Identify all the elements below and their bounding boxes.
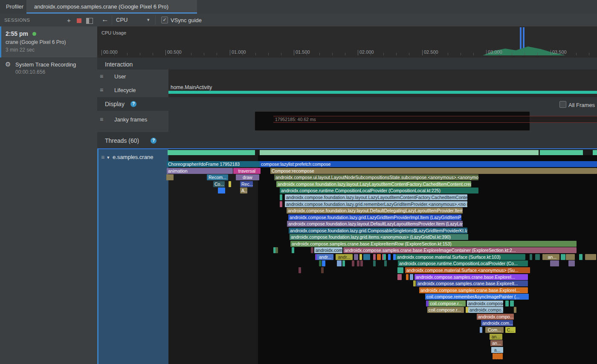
trace-span[interactable]: androidx.compose.foundation.lazy.layout.… [285,194,467,200]
trace-span[interactable] [410,274,413,280]
trace-span[interactable]: an... [545,254,559,260]
trace-span[interactable]: coil.compose.rememberAsyncImagePainter (… [425,294,529,300]
trace-span[interactable] [480,327,482,333]
trace-span[interactable]: androidx.compose.foundation.lazy.grid.La… [288,214,461,220]
trace-span[interactable]: androidx.compose.material.Surface (Surfa… [396,254,525,260]
thread-state-segment[interactable] [168,150,255,155]
trace-span[interactable]: androidx.compose.samples.crane.base.Expl… [419,287,528,293]
trace-span[interactable]: draw [236,174,259,180]
trace-span[interactable] [322,260,325,266]
trace-span[interactable] [360,260,363,266]
trace-span[interactable]: C... [505,327,516,333]
trace-span[interactable]: androidx.compose.material.Surface.<anony… [405,267,530,273]
trace-span[interactable] [514,307,516,313]
trace-span[interactable] [535,254,540,260]
trace-span[interactable] [397,274,402,280]
trace-span[interactable]: Compose:recompose [270,168,597,174]
trace-span[interactable] [388,254,391,260]
trace-span[interactable]: androidx.compose.samples.crane.base.Expl… [290,241,577,247]
trace-span[interactable]: a... [491,347,503,353]
trace-span[interactable]: Recom... [207,174,228,180]
trace-span[interactable] [500,353,503,359]
trace-span[interactable] [397,267,403,273]
trace-span[interactable] [298,267,301,273]
trace-span[interactable]: androidx.compose.foundation.lazy.layout.… [287,221,463,227]
trace-span[interactable] [568,260,575,266]
trace-span[interactable] [359,254,362,260]
trace-span[interactable] [384,260,387,266]
trace-span[interactable]: androidx.compo... [468,307,503,313]
trace-span[interactable] [352,260,354,266]
trace-span[interactable]: coil.compose.r... [427,307,464,313]
trace-span[interactable] [354,254,358,260]
trace-span[interactable] [585,254,596,260]
trace-span[interactable] [377,254,381,260]
trace-span[interactable] [319,260,322,266]
trace-span[interactable]: androidx.compose.foundation.lazy.layout.… [287,208,463,214]
trace-span[interactable] [218,188,225,194]
trace-span[interactable]: androidx.compose.ui.layout.LayoutNodeSub… [274,174,478,180]
trace-span[interactable] [357,260,359,266]
trace-span[interactable]: androidx.compose.foundation.lazy.layout.… [276,181,471,187]
flame-chart: Choreographer#doFrame 17952183compose:la… [0,0,597,364]
trace-span[interactable] [566,254,575,260]
trace-span[interactable]: compose:lazylist:prefetch:compose [260,161,597,167]
trace-span[interactable] [373,254,376,260]
trace-span[interactable] [550,260,559,266]
trace-span[interactable] [229,181,231,187]
trace-span[interactable]: androidx.compose.ui.layout.m... [314,247,342,253]
trace-span[interactable]: Com... [485,327,504,333]
trace-span[interactable]: A... [240,188,247,194]
trace-span[interactable]: an... [490,340,503,346]
trace-span[interactable]: animation [167,168,233,174]
trace-span[interactable]: androidx.compose.foundation.lazy.grid.re… [285,201,467,207]
trace-span[interactable]: androidx.compose.foundation.lazy.grid.it… [290,234,468,240]
trace-span[interactable] [413,280,416,286]
thread-state-segment[interactable] [593,150,597,155]
trace-span[interactable]: an... [490,334,502,340]
trace-span[interactable] [530,254,532,260]
trace-span[interactable] [383,254,386,260]
trace-span[interactable] [373,260,376,266]
thread-state-segment[interactable] [540,150,583,155]
trace-span[interactable] [561,254,565,260]
trace-span[interactable]: androidx.compose.samples.crane.base.Expl… [416,280,528,286]
trace-span[interactable]: Rec... [240,181,253,187]
trace-span[interactable]: androidx.compose.samples.crane.base.Expl… [414,274,528,280]
trace-span[interactable] [280,194,282,200]
thread-state-segment[interactable] [260,150,539,155]
trace-span[interactable] [337,260,342,266]
trace-span[interactable]: androidx.compose.samples.crane.base.Expl… [343,247,577,253]
trace-span[interactable]: andr... [336,254,353,260]
trace-span[interactable] [406,274,409,280]
trace-span[interactable]: androidx.compo... [477,314,514,320]
trace-span[interactable] [311,247,313,253]
trace-span[interactable] [166,174,174,180]
trace-span[interactable] [579,254,583,260]
trace-span[interactable] [321,267,324,273]
trace-span[interactable]: androidx.compose.runtime.CompositionLoca… [398,260,528,266]
trace-span[interactable] [342,260,345,266]
trace-span[interactable] [363,254,370,260]
trace-span[interactable] [510,300,514,306]
profiler-window: Profiler androidx.compose.samples.crane … [0,0,597,364]
trace-span[interactable] [292,247,294,253]
trace-span[interactable] [505,300,509,306]
trace-span[interactable]: androidx.com... [481,320,513,326]
trace-span[interactable] [275,247,278,253]
trace-span[interactable]: traversal [233,168,261,174]
trace-span[interactable]: androidx.compose.foundation.lazy.grid.Co… [289,228,467,234]
trace-span[interactable]: androidx.compose.u... [467,300,503,306]
trace-span[interactable]: Co... [213,181,225,187]
trace-span[interactable]: andr... [317,254,333,260]
trace-span[interactable]: coil.compose.r... [429,300,466,306]
trace-span[interactable]: Choreographer#doFrame 17952183 [167,161,261,167]
trace-span[interactable]: androidx.compose.runtime.CompositionLoca… [280,188,478,194]
trace-span[interactable] [280,201,282,207]
